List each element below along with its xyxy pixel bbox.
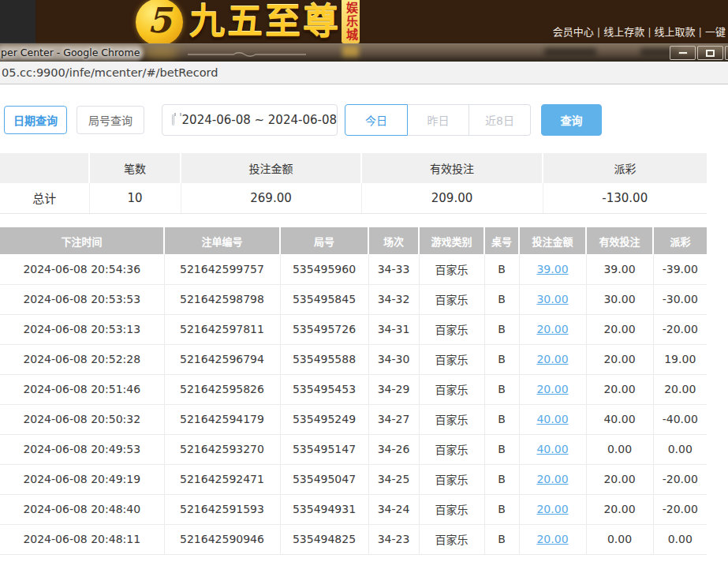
cell-bet-amount: 20.00: [519, 344, 586, 374]
bet-amount-link[interactable]: 20.00: [536, 533, 568, 545]
cell-table-no: B: [484, 404, 519, 434]
cell-round-id: 535495147: [280, 434, 368, 464]
cell-bet-time: 2024-06-08 20:51:46: [0, 374, 164, 404]
bet-amount-link[interactable]: 20.00: [536, 323, 568, 335]
bet-amount-link[interactable]: 39.00: [536, 263, 568, 275]
cell-payout: -20.00: [653, 464, 707, 494]
cell-bet-amount: 20.00: [519, 314, 586, 344]
tab-round-query[interactable]: 局号查询: [77, 106, 144, 134]
cell-game-type: 百家乐: [419, 494, 484, 524]
header-order-id: 注单编号: [164, 227, 280, 254]
nav-link[interactable]: 线上取款: [655, 26, 696, 38]
header-round-id: 局号: [280, 227, 368, 254]
bet-amount-link[interactable]: 40.00: [536, 413, 568, 425]
coin-digit: 5: [147, 3, 172, 38]
bet-amount-link[interactable]: 20.00: [536, 503, 568, 515]
records-header-row: 下注时间 注单编号 局号 场次 游戏类别 桌号 投注金额 有效投注 派彩: [0, 227, 707, 254]
cell-game-type: 百家乐: [419, 434, 484, 464]
url-text: 05.cc:9900/infe/mcenter/#/betRecord: [2, 62, 218, 84]
cell-session: 34-32: [368, 284, 419, 314]
cell-table-no: B: [484, 434, 519, 464]
bet-amount-link[interactable]: 20.00: [536, 383, 568, 395]
quick-range-group: 今日 昨日 近8日: [345, 104, 531, 136]
cell-round-id: 535494931: [280, 494, 368, 524]
summary-total-row: 总计 10 269.00 209.00 -130.00: [0, 183, 707, 213]
table-row: 2024-06-08 20:48:11 521642590946 5354948…: [0, 524, 707, 554]
cell-game-type: 百家乐: [419, 464, 484, 494]
summary-bet-amount: 269.00: [181, 183, 361, 213]
records-table: 下注时间 注单编号 局号 场次 游戏类别 桌号 投注金额 有效投注 派彩 202…: [0, 227, 707, 555]
header-game-type: 游戏类别: [419, 227, 484, 254]
cell-order-id: 521642599757: [164, 254, 280, 284]
close-button[interactable]: [725, 46, 728, 60]
bet-record-page: 日期查询 局号查询 2024-06-08 ~ 2024-06-08 今日 昨日 …: [0, 84, 728, 573]
cell-bet-amount: 40.00: [519, 434, 586, 464]
cell-session: 34-24: [368, 494, 419, 524]
table-row: 2024-06-08 20:49:19 521642592471 5354950…: [0, 464, 707, 494]
tab-date-query[interactable]: 日期查询: [4, 106, 67, 134]
cell-bet-amount: 39.00: [519, 254, 586, 284]
cell-valid-bet: 20.00: [586, 344, 653, 374]
cell-table-no: B: [484, 314, 519, 344]
cell-valid-bet: 39.00: [586, 254, 653, 284]
summary-total-label: 总计: [0, 183, 89, 213]
cell-order-id: 521642590946: [164, 524, 280, 554]
cell-table-no: B: [484, 524, 519, 554]
search-button[interactable]: 查询: [541, 104, 602, 136]
cell-session: 34-29: [368, 374, 419, 404]
cell-bet-amount: 30.00: [519, 284, 586, 314]
cell-bet-amount: 20.00: [519, 494, 586, 524]
cell-bet-amount: 40.00: [519, 404, 586, 434]
cell-session: 34-27: [368, 404, 419, 434]
table-row: 2024-06-08 20:54:36 521642599757 5354959…: [0, 254, 707, 284]
cell-order-id: 521642591593: [164, 494, 280, 524]
quick-yesterday-button[interactable]: 昨日: [408, 104, 469, 136]
cell-bet-amount: 20.00: [519, 374, 586, 404]
table-row: 2024-06-08 20:53:53 521642598798 5354958…: [0, 284, 707, 314]
header-payout: 派彩: [653, 227, 707, 254]
cell-payout: -20.00: [653, 494, 707, 524]
nav-link[interactable]: 一键: [705, 26, 726, 38]
quick-last8days-button[interactable]: 近8日: [469, 104, 531, 136]
window-title: per Center - Google Chrome: [1, 47, 140, 58]
cell-session: 34-23: [368, 524, 419, 554]
header-valid-bet: 有效投注: [586, 227, 653, 254]
date-range-input[interactable]: 2024-06-08 ~ 2024-06-08: [162, 104, 338, 136]
quick-today-button[interactable]: 今日: [345, 104, 408, 136]
cell-order-id: 521642593270: [164, 434, 280, 464]
nav-link[interactable]: 线上存款: [603, 26, 644, 38]
summary-header-bet-amount: 投注金额: [181, 153, 361, 183]
cell-session: 34-30: [368, 344, 419, 374]
cell-valid-bet: 0.00: [586, 524, 653, 554]
coin-logo-icon: 5: [136, 0, 183, 43]
cell-order-id: 521642592471: [164, 464, 280, 494]
header-table-no: 桌号: [484, 227, 519, 254]
cell-bet-time: 2024-06-08 20:49:53: [0, 434, 164, 464]
bet-amount-link[interactable]: 20.00: [536, 473, 568, 485]
bet-amount-link[interactable]: 40.00: [536, 443, 568, 455]
cell-valid-bet: 20.00: [586, 374, 653, 404]
cell-valid-bet: 20.00: [586, 494, 653, 524]
cell-order-id: 521642597811: [164, 314, 280, 344]
window-controls: [668, 46, 728, 60]
redacted-account-info: [544, 48, 596, 57]
cell-round-id: 535495453: [280, 374, 368, 404]
minimize-button[interactable]: [670, 46, 696, 60]
table-row: 2024-06-08 20:52:28 521642596794 5354955…: [0, 344, 707, 374]
nav-separator: |: [597, 26, 600, 38]
maximize-button[interactable]: [697, 46, 723, 60]
bet-amount-link[interactable]: 30.00: [536, 293, 568, 305]
address-bar[interactable]: 05.cc:9900/infe/mcenter/#/betRecord: [0, 62, 728, 84]
cell-bet-time: 2024-06-08 20:53:53: [0, 284, 164, 314]
site-logo: 5 九五至尊: [136, 0, 341, 43]
cell-round-id: 535495960: [280, 254, 368, 284]
maximize-icon: [706, 50, 715, 57]
bet-amount-link[interactable]: 20.00: [536, 353, 568, 365]
nav-link[interactable]: 会员中心: [553, 26, 594, 38]
summary-count: 10: [89, 183, 181, 213]
cell-payout: 19.00: [653, 344, 707, 374]
header-bet-amount: 投注金额: [519, 227, 586, 254]
cell-game-type: 百家乐: [419, 374, 484, 404]
window-titlebar[interactable]: per Center - Google Chrome: [0, 43, 728, 62]
minimize-icon: [678, 51, 688, 54]
